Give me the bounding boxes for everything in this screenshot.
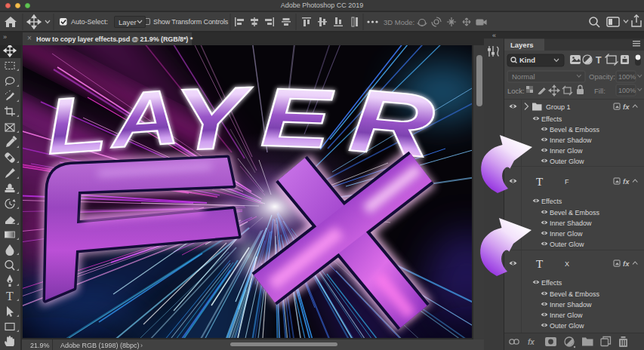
svg-text:100%: 100% bbox=[618, 87, 636, 94]
svg-text:fx: fx bbox=[528, 338, 535, 346]
svg-text:Normal: Normal bbox=[512, 72, 535, 81]
svg-text:T: T bbox=[596, 55, 602, 66]
svg-text:Inner Glow: Inner Glow bbox=[550, 312, 583, 319]
svg-text:Inner Shadow: Inner Shadow bbox=[550, 301, 592, 309]
svg-text:Bevel & Emboss: Bevel & Emboss bbox=[550, 209, 600, 216]
svg-text:Outer Glow: Outer Glow bbox=[550, 322, 584, 330]
svg-text:Y: Y bbox=[173, 68, 257, 168]
svg-text:Inner Shadow: Inner Shadow bbox=[550, 220, 592, 227]
svg-text:E: E bbox=[260, 70, 335, 165]
svg-text:X: X bbox=[565, 260, 569, 268]
svg-text:Layers: Layers bbox=[510, 41, 534, 49]
svg-text:Kind: Kind bbox=[519, 56, 535, 64]
svg-text:Bevel & Emboss: Bevel & Emboss bbox=[550, 126, 600, 134]
svg-text:Inner Glow: Inner Glow bbox=[550, 147, 583, 155]
svg-text:Bevel & Emboss: Bevel & Emboss bbox=[550, 290, 600, 298]
svg-text:Outer Glow: Outer Glow bbox=[550, 158, 584, 165]
svg-text:fx: fx bbox=[623, 259, 630, 268]
svg-text:Fill:: Fill: bbox=[594, 87, 605, 95]
svg-text:Inner Shadow: Inner Shadow bbox=[550, 137, 592, 144]
svg-text:Opacity:: Opacity: bbox=[589, 72, 615, 81]
svg-text:Outer Glow: Outer Glow bbox=[550, 241, 584, 248]
svg-text:100%: 100% bbox=[618, 73, 636, 81]
svg-text:T: T bbox=[6, 290, 14, 302]
svg-text:Group 1: Group 1 bbox=[546, 103, 571, 111]
svg-text:Lock:: Lock: bbox=[507, 87, 525, 95]
svg-text:3D Mode:: 3D Mode: bbox=[384, 18, 414, 26]
svg-text:Inner Glow: Inner Glow bbox=[550, 230, 583, 238]
svg-text:F: F bbox=[565, 178, 569, 186]
svg-text:fx: fx bbox=[623, 177, 630, 186]
svg-text:R: R bbox=[346, 69, 438, 176]
svg-text:A: A bbox=[106, 73, 182, 164]
svg-text:L: L bbox=[43, 78, 109, 170]
svg-text:fx: fx bbox=[623, 103, 630, 111]
